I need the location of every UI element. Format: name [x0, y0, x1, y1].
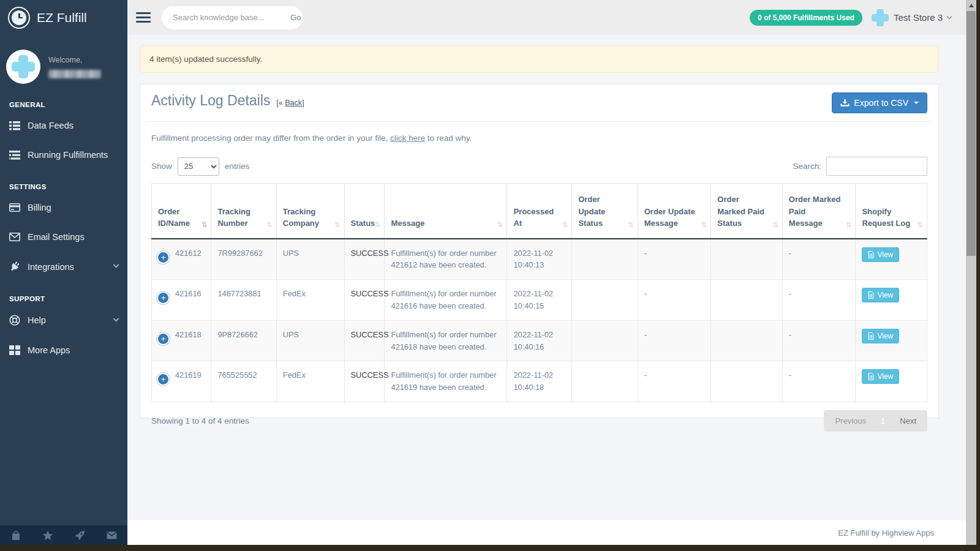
chevron-down-icon [947, 14, 952, 19]
expand-row-button[interactable]: + [157, 373, 170, 386]
star-icon [42, 530, 53, 541]
view-request-log-button[interactable]: View [862, 329, 899, 343]
fulfillments-usage-badge: 0 of 5,000 Fulfillments Used [750, 10, 862, 26]
col-header-order-marked-paid-message[interactable]: Order Marked Paid Message⇅ [782, 184, 856, 239]
order-update-status [572, 361, 638, 402]
order-marked-paid-status [711, 239, 782, 280]
order-update-message: - [638, 361, 711, 402]
scrollbar-thumb[interactable] [967, 11, 976, 256]
back-link[interactable]: [« Back] [276, 99, 304, 107]
kb-search-go-button[interactable]: Go [281, 13, 303, 22]
order-id: 421618 [175, 330, 202, 339]
page-length-control: Show 25 entries [151, 157, 249, 176]
star-button[interactable] [32, 525, 64, 545]
activity-log-panel: Activity Log Details [« Back] Export to … [140, 84, 939, 418]
sort-icon[interactable]: ⇅ [628, 219, 634, 230]
col-header-order-update-message[interactable]: Order Update Message⇅ [638, 184, 711, 239]
order-id: 421616 [175, 289, 202, 298]
sidebar-section-general: GENERAL Data Feeds Running Fulfillments [0, 101, 127, 170]
sort-icon[interactable]: ⇅ [917, 219, 923, 230]
view-request-log-button[interactable]: View [862, 247, 899, 262]
sidebar-item-data-feeds[interactable]: Data Feeds [0, 111, 127, 140]
pagination-current-page[interactable]: 1 [873, 413, 892, 429]
page-length-select[interactable]: 25 [178, 157, 219, 176]
col-header-status[interactable]: Status⇅ [344, 184, 385, 239]
sidebar-item-label: Email Settings [28, 232, 85, 242]
click-here-link[interactable]: click here [390, 133, 425, 143]
expand-row-button[interactable]: + [157, 291, 170, 304]
message: Fulfillment(s) for order number 421619 h… [385, 361, 507, 402]
view-request-log-button[interactable]: View [862, 369, 899, 384]
sort-icon[interactable]: ⇅ [772, 219, 778, 230]
processed-at: 2022-11-02 10:40:18 [507, 361, 572, 402]
table-search-control: Search: [793, 157, 927, 176]
file-icon [868, 332, 874, 340]
sort-icon[interactable]: ⇅ [334, 219, 341, 230]
sidebar-item-integrations[interactable]: Integrations [0, 252, 127, 282]
sort-icon[interactable]: ⇅ [845, 219, 851, 230]
sidebar-item-running-fulfillments[interactable]: Running Fulfillments [0, 140, 127, 170]
message: Fulfillment(s) for order number 421612 h… [385, 239, 507, 280]
brand[interactable]: EZ Fulfill [0, 0, 127, 35]
sidebar-item-more-apps[interactable]: More Apps [0, 335, 127, 365]
order-marked-paid-message: - [782, 361, 856, 402]
email-button[interactable] [96, 525, 127, 545]
store-name: Test Store 3 [894, 12, 943, 23]
user-profile: Welcome, [0, 35, 127, 88]
col-header-order-update-status[interactable]: Order Update Status⇅ [572, 184, 638, 239]
plug-icon [7, 259, 23, 274]
col-header-order-id[interactable]: Order ID/Name⇅ [152, 184, 211, 239]
rocket-icon [75, 530, 85, 541]
view-request-log-button[interactable]: View [862, 288, 899, 302]
content-area: 4 item(s) updated successfully. Activity… [127, 35, 966, 520]
sort-icon[interactable]: ⇅ [701, 219, 707, 230]
status: SUCCESS [344, 280, 385, 321]
expand-row-button[interactable]: + [157, 332, 170, 345]
col-header-order-marked-paid-status[interactable]: Order Marked Paid Status⇅ [711, 184, 782, 239]
store-menu[interactable]: Test Store 3 [872, 9, 951, 26]
clock-logo-icon [8, 7, 30, 29]
pagination-next[interactable]: Next [892, 413, 924, 429]
expand-row-button[interactable]: + [157, 251, 170, 264]
table-info: Showing 1 to 4 of 4 entries [151, 416, 249, 425]
table-search-input[interactable] [826, 157, 927, 176]
divider [146, 121, 932, 122]
order-update-status [572, 280, 638, 321]
kb-search-form: Go [162, 6, 303, 29]
pagination-previous[interactable]: Previous [827, 413, 873, 429]
export-csv-button[interactable]: Export to CSV [832, 92, 927, 113]
sidebar-item-billing[interactable]: Billing [0, 193, 127, 222]
col-header-tracking-company[interactable]: Tracking Company⇅ [276, 184, 344, 239]
sort-icon[interactable]: ⇅ [562, 219, 568, 230]
sidebar-item-help[interactable]: Help [0, 305, 127, 335]
processing-note: Fulfillment processing order may differ … [151, 133, 927, 143]
sidebar-item-label: Integrations [28, 262, 74, 272]
pagination: Previous 1 Next [824, 410, 927, 432]
sort-icon[interactable]: ⇅ [374, 219, 380, 230]
vertical-scrollbar[interactable] [966, 0, 976, 545]
sidebar-footer [0, 525, 127, 545]
rocket-button[interactable] [64, 525, 96, 545]
menu-toggle-button[interactable] [136, 10, 151, 25]
footer-credit: EZ Fulfill by Highview Apps [838, 528, 934, 538]
window-edge-right [976, 0, 980, 551]
sidebar-item-email-settings[interactable]: Email Settings [0, 222, 127, 252]
store-avatar-icon [872, 9, 889, 26]
col-header-processed-at[interactable]: Processed At⇅ [507, 184, 572, 239]
col-header-shopify-request-log[interactable]: Shopify Request Log⇅ [856, 184, 927, 239]
sort-icon[interactable]: ⇅ [201, 219, 207, 230]
scrollbar-up-arrow[interactable] [966, 0, 976, 10]
col-header-tracking-number[interactable]: Tracking Number⇅ [211, 184, 276, 239]
order-update-message: - [638, 320, 711, 361]
username-redacted [48, 70, 101, 78]
activity-log-table: Order ID/Name⇅ Tracking Number⇅ Tracking… [151, 183, 927, 402]
section-title: GENERAL [0, 101, 127, 108]
col-header-message[interactable]: Message⇅ [385, 184, 507, 239]
sort-icon[interactable]: ⇅ [497, 219, 503, 230]
status: SUCCESS [344, 239, 385, 280]
envelope-icon [107, 531, 117, 539]
sort-icon[interactable]: ⇅ [266, 219, 273, 230]
tracking-number: 7R99287662 [211, 239, 276, 280]
shop-bag-button[interactable] [0, 525, 32, 545]
kb-search-input[interactable] [173, 13, 281, 22]
